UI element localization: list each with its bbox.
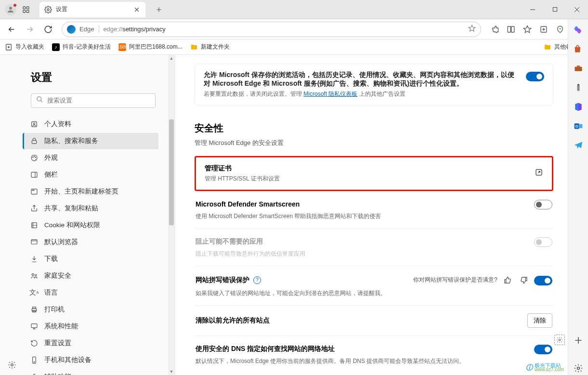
extensions-button[interactable] [487, 22, 502, 37]
profile-avatar[interactable] [5, 4, 16, 15]
personalize-toggle[interactable] [526, 72, 544, 81]
close-tab-icon[interactable] [133, 6, 141, 13]
help-icon[interactable]: ? [253, 276, 261, 284]
watermark-logo-icon: ⓘ [526, 363, 533, 372]
manage-certificates[interactable]: 管理证书 管理 HTTPS/SSL 证书和设置 [195, 156, 553, 191]
pua-toggle [534, 237, 552, 247]
site-identity: Edge [79, 26, 99, 33]
nav-appearance[interactable]: 外观 [24, 150, 158, 166]
clear-sites-button[interactable]: 清除 [527, 313, 552, 328]
add-sidebar-button[interactable] [572, 334, 585, 347]
dns-desc: 默认情况下，Microsoft Edge 使用你当前的服务提供商。备用 DNS … [196, 357, 552, 365]
import-icon [5, 43, 13, 51]
nav-profile[interactable]: 个人资料 [24, 116, 158, 132]
svg-rect-24 [32, 141, 36, 144]
workspaces-button[interactable] [20, 4, 32, 15]
sidebar-settings-button[interactable] [572, 362, 585, 375]
toolbox-icon[interactable] [572, 62, 585, 75]
security-subheading: 管理 Microsoft Edge 的安全设置 [195, 139, 553, 147]
back-button[interactable] [4, 22, 19, 37]
floating-settings-icon[interactable] [554, 335, 565, 345]
svg-point-25 [33, 157, 33, 157]
settings-search-input[interactable] [47, 97, 150, 104]
dns-toggle[interactable] [534, 345, 552, 354]
douyin-icon: ♪ [52, 43, 60, 51]
copilot-icon[interactable] [572, 23, 585, 37]
favorites-button[interactable] [520, 22, 535, 37]
bookmark-import[interactable]: 导入收藏夹 [5, 43, 44, 51]
defender-toggle[interactable] [534, 200, 552, 209]
browser-essentials-button[interactable] [552, 22, 568, 37]
nav-printers[interactable]: 打印机 [24, 301, 158, 318]
svg-point-26 [34, 156, 34, 156]
profile-icon [30, 120, 39, 129]
browser-tab[interactable]: 设置 [39, 2, 145, 17]
settings-scrollbar[interactable]: ▲ ▼ [168, 55, 175, 375]
nav-share[interactable]: 共享、复制和粘贴 [24, 200, 158, 217]
split-screen-button[interactable] [503, 22, 519, 37]
personalize-title: 允许 Microsoft 保存你的浏览活动，包括历史记录、使用情况、收藏夹、网页… [204, 71, 520, 88]
nav-start[interactable]: 开始、主页和新建标签页 [24, 183, 158, 200]
games-icon[interactable] [572, 81, 585, 94]
clear-sites-title: 清除以前允许的所有站点 [196, 316, 523, 325]
new-tab-button[interactable] [152, 3, 166, 16]
typo-toggle[interactable] [534, 276, 552, 285]
svg-point-27 [35, 157, 36, 157]
settings-search[interactable] [31, 93, 156, 108]
close-window-button[interactable] [566, 0, 588, 19]
nav-languages[interactable]: 文A语言 [24, 284, 158, 301]
defender-title: Microsoft Defender Smartscreen [196, 200, 530, 208]
scrollbar-thumb[interactable] [169, 119, 174, 225]
maximize-button[interactable] [544, 0, 566, 19]
nav-default-browser[interactable]: 默认浏览器 [24, 234, 158, 250]
refresh-button[interactable] [40, 22, 56, 37]
bookmark-douyin[interactable]: ♪ 抖音-记录美好生活 [52, 43, 111, 51]
svg-point-35 [35, 274, 37, 276]
dns-title: 使用安全的 DNS 指定如何查找网站的网络地址 [196, 345, 530, 353]
nav-phone[interactable]: 手机和其他设备 [24, 352, 158, 368]
svg-text:O: O [575, 124, 578, 129]
pua-desc: 阻止下载可能导致意外行为的低信誉度应用 [196, 250, 552, 258]
start-icon [30, 187, 39, 196]
nav-reset[interactable]: 重置设置 [24, 335, 158, 351]
thumbs-up-button[interactable] [501, 274, 514, 286]
settings-nav: 个人资料 隐私、搜索和服务 外观 侧栏 开始、主页和新建标签页 共享、复制和粘贴… [0, 113, 175, 375]
pua-title: 阻止可能不需要的应用 [196, 237, 530, 246]
collections-button[interactable] [536, 22, 551, 37]
security-heading: 安全性 [195, 122, 553, 135]
svg-rect-7 [508, 26, 510, 32]
outlook-icon[interactable]: O [572, 119, 585, 133]
typo-feedback-question: 你对网站拼写错误保护是否满意? [413, 276, 497, 284]
svg-rect-3 [23, 10, 26, 13]
privacy-dashboard-link[interactable]: Microsoft 隐私仪表板 [303, 91, 357, 97]
scroll-up-arrow-icon[interactable]: ▲ [168, 55, 175, 62]
settings-main: 允许 Microsoft 保存你的浏览活动，包括历史记录、使用情况、收藏夹、网页… [175, 55, 568, 375]
favorite-star-icon[interactable] [468, 25, 476, 34]
nav-system[interactable]: 系统和性能 [24, 318, 158, 335]
telegram-icon[interactable] [572, 139, 585, 152]
nav-privacy[interactable]: 隐私、搜索和服务 [23, 133, 158, 149]
thumbs-down-button[interactable] [518, 274, 530, 286]
bottom-left-gear-icon[interactable] [8, 361, 16, 371]
scroll-down-arrow-icon[interactable]: ▼ [168, 368, 175, 375]
nav-sidebar[interactable]: 侧栏 [24, 167, 158, 183]
nav-accessibility[interactable]: 辅助功能 [24, 369, 158, 375]
nav-downloads[interactable]: 下载 [24, 251, 158, 267]
shopping-icon[interactable] [572, 42, 585, 56]
svg-point-23 [33, 123, 35, 124]
bookmark-alibaba[interactable]: 1688 阿里巴巴1688.com... [118, 43, 183, 51]
phone-icon [30, 356, 39, 364]
folder-icon [190, 43, 198, 51]
nav-family[interactable]: 家庭安全 [24, 268, 158, 284]
m365-icon[interactable] [572, 100, 585, 114]
minimize-button[interactable] [522, 0, 544, 19]
reset-icon [30, 339, 39, 348]
bookmark-newfolder[interactable]: 新建文件夹 [190, 43, 230, 51]
address-bar[interactable]: Edge edge://settings/privacy [62, 22, 481, 37]
nav-cookies[interactable]: Cookie 和网站权限 [24, 217, 158, 233]
accessibility-icon [30, 373, 39, 375]
svg-rect-33 [31, 240, 37, 244]
svg-point-30 [32, 190, 33, 191]
gear-icon [44, 6, 52, 13]
forward-button[interactable] [22, 22, 38, 37]
